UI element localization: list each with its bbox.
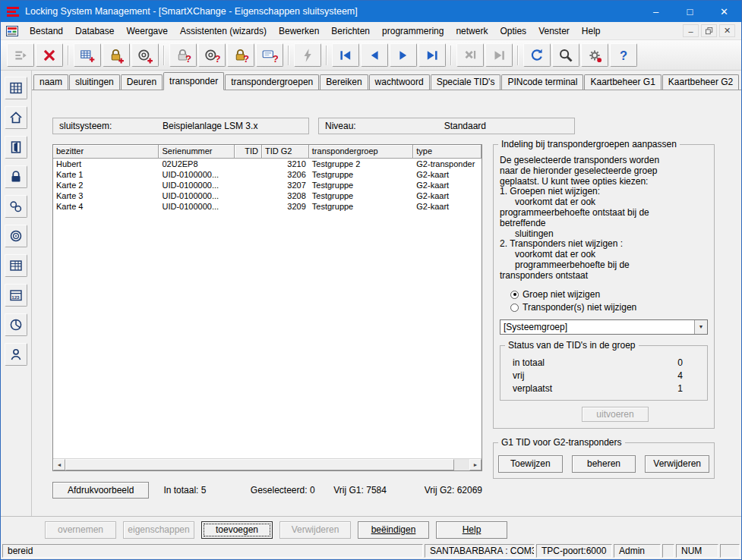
menu-item-programmering[interactable]: programmering	[376, 24, 450, 39]
tab-bereiken[interactable]: Bereiken	[320, 74, 368, 90]
scroll-left-icon[interactable]: ◄	[53, 459, 65, 470]
column-header-type[interactable]: type	[413, 145, 482, 159]
sidebar-item-chart[interactable]	[5, 313, 27, 336]
sidebar-item-user[interactable]	[5, 343, 27, 366]
radio-unselected-icon[interactable]	[510, 304, 519, 312]
mdi-minimize-button[interactable]: –	[683, 24, 699, 37]
sidebar-item-calendar[interactable]: 123	[5, 284, 27, 307]
tab-naam[interactable]: naam	[33, 74, 68, 90]
menu-item-venster[interactable]: Venster	[532, 24, 576, 39]
menu-item-help[interactable]: Help	[576, 24, 607, 39]
disconnect-button[interactable]	[36, 43, 63, 67]
table-header: bezitterSerienummerTIDTID G2transponderg…	[53, 145, 482, 159]
close-button[interactable]: ✕	[707, 1, 741, 22]
table-row[interactable]: Karte 3UID-0100000...3208TestgruppeG2-ka…	[53, 190, 482, 201]
tab-kaartbeheer-g1[interactable]: Kaartbeheer G1	[584, 74, 661, 90]
last-record-button[interactable]	[418, 43, 446, 67]
mdi-restore-button[interactable]	[701, 24, 717, 37]
column-header-serienummer[interactable]: Serienummer	[159, 145, 235, 159]
horizontal-scrollbar[interactable]: ◄ ►	[53, 458, 482, 470]
column-header-bezitter[interactable]: bezitter	[53, 145, 159, 159]
tab-kaartbeheer-g2[interactable]: Kaartbeheer G2	[662, 74, 739, 90]
transponder-list-section: bezitterSerienummerTIDTID G2transponderg…	[52, 144, 482, 499]
new-transponder-icon	[137, 47, 153, 64]
table-row[interactable]: Hubert02U2EP83210Testgruppe 2G2-transpon…	[53, 159, 482, 169]
radio-selected-icon[interactable]	[510, 291, 519, 299]
tab-deuren[interactable]: Deuren	[121, 74, 163, 90]
menu-item-weergave[interactable]: Weergave	[120, 24, 173, 39]
table-row[interactable]: Karte 1UID-0100000...3206TestgruppeG2-ka…	[53, 169, 482, 180]
tab-transpondergroepen[interactable]: transpondergroepen	[225, 74, 319, 90]
new-transponder-button[interactable]	[131, 43, 159, 67]
print-preview-button[interactable]: Afdrukvoorbeeld	[52, 482, 149, 499]
content-area: sluitsysteem: Beispielanlage LSM 3.x Niv…	[32, 90, 741, 516]
maximize-button[interactable]: □	[673, 1, 707, 22]
menu-item-bewerken[interactable]: Bewerken	[273, 24, 325, 39]
menu-item-berichten[interactable]: Berichten	[325, 24, 376, 39]
sidebar-item-transponder-target[interactable]	[5, 225, 27, 247]
sidebar-item-door[interactable]	[5, 136, 27, 159]
sidebar-item-home[interactable]	[5, 106, 27, 129]
chevron-down-icon[interactable]: ▼	[694, 320, 707, 334]
bottom-button-be-indigen[interactable]: beëindigen	[358, 521, 429, 539]
column-header-tid-g2[interactable]: TID G2	[262, 145, 309, 159]
table-cell: UID-0100000...	[159, 201, 235, 212]
mdi-close-button[interactable]: ✕	[719, 24, 735, 37]
remove-button[interactable]: Verwijderen	[645, 455, 709, 473]
first-record-button[interactable]	[332, 43, 359, 67]
tab-pincode-terminal[interactable]: PINcode terminal	[501, 74, 583, 90]
column-header-tid[interactable]: TID	[235, 145, 262, 159]
scrollbar-track[interactable]	[454, 459, 469, 470]
tab-sluitingen[interactable]: sluitingen	[69, 74, 120, 90]
bottom-button-eigenschappen: eigenschappen	[123, 521, 194, 539]
locking-system-field: sluitsysteem: Beispielanlage LSM 3.x	[52, 118, 309, 134]
table-body[interactable]: Hubert02U2EP83210Testgruppe 2G2-transpon…	[53, 159, 482, 458]
group-dropdown[interactable]: [Systeemgroep] ▼	[500, 319, 708, 335]
toolbar-separator	[68, 46, 69, 65]
menu-item-opties[interactable]: Opties	[494, 24, 532, 39]
execute-button: uitvoeren	[582, 407, 649, 422]
table-row[interactable]: Karte 4UID-0100000...3209TestgruppeG2-ka…	[53, 201, 482, 212]
new-lock-button[interactable]	[103, 43, 130, 67]
menu-item-bestand[interactable]: Bestand	[24, 24, 69, 39]
tab-wachtwoord[interactable]: wachtwoord	[369, 74, 430, 90]
sidebar-item-matrix[interactable]	[5, 77, 27, 99]
previous-record-button[interactable]	[361, 43, 388, 67]
manage-button[interactable]: beheren	[572, 455, 636, 473]
read-card-button[interactable]: ?	[256, 43, 283, 67]
new-locking-system-button[interactable]	[74, 43, 101, 67]
table-cell: Karte 4	[53, 201, 159, 212]
bottom-button-toevoegen[interactable]: toevoegen	[201, 521, 273, 539]
refresh-button[interactable]	[523, 43, 551, 67]
program-button	[294, 43, 321, 67]
minimize-button[interactable]: –	[639, 1, 673, 22]
read-transponder-button[interactable]: ?	[198, 43, 226, 67]
scroll-right-icon[interactable]: ►	[469, 459, 482, 470]
column-header-transpondergroep[interactable]: transpondergroep	[309, 145, 414, 159]
table-cell: UID-0100000...	[159, 190, 235, 201]
help-button[interactable]: ?	[610, 43, 637, 67]
bottom-button-help[interactable]: Help	[436, 521, 507, 539]
scrollbar-thumb[interactable]	[65, 459, 454, 470]
menu-item-assistenten-wizards[interactable]: Assistenten (wizards)	[174, 24, 273, 39]
read-lock-button[interactable]: ?	[169, 43, 197, 67]
search-button[interactable]	[552, 43, 579, 67]
table-row[interactable]: Karte 2UID-0100000...3207TestgruppeG2-ka…	[53, 180, 482, 190]
menu-item-database[interactable]: Database	[69, 24, 120, 39]
tab-transponder[interactable]: transponder	[163, 72, 224, 90]
settings-button[interactable]	[581, 43, 608, 67]
table-cell: Karte 2	[53, 180, 159, 190]
sidebar-item-transponders[interactable]	[5, 195, 27, 218]
next-record-button[interactable]	[390, 43, 417, 67]
assign-button[interactable]: Toewijzen	[498, 455, 563, 473]
group-assignment-title: Indeling bij transpondergroepen aanpasse…	[498, 139, 680, 149]
radio-transponders-niet-wijzigen[interactable]: Transponder(s) niet wijzigen	[510, 302, 708, 313]
sidebar-item-lock[interactable]	[5, 165, 27, 188]
menu-item-netwerk[interactable]: netwerk	[450, 24, 494, 39]
read-lock-alt-icon: ?	[232, 47, 249, 64]
read-lock-alt-button[interactable]: ?	[227, 43, 254, 67]
radio-group-niet-wijzigen[interactable]: Groep niet wijzigen	[510, 289, 708, 300]
tab-speciale-tid-s[interactable]: Speciale TID's	[431, 74, 501, 90]
sidebar-item-table[interactable]	[5, 254, 27, 277]
table-cell: 3209	[262, 201, 309, 212]
